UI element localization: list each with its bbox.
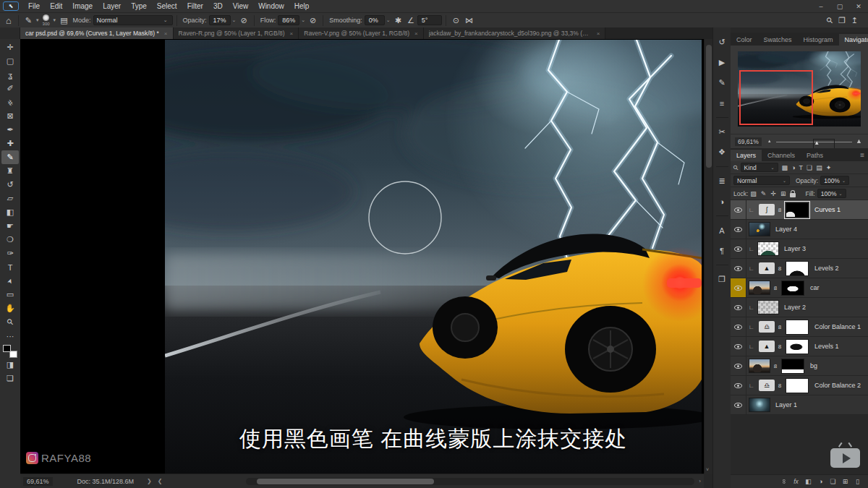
tools-panel-header[interactable] xyxy=(0,27,20,39)
layer-mask-thumbnail[interactable] xyxy=(786,202,809,218)
gradient-tool[interactable]: ◧ xyxy=(1,205,19,219)
character-panel-icon[interactable]: A xyxy=(715,223,730,238)
vertical-scrollbar-thumb[interactable] xyxy=(706,45,712,168)
hand-tool[interactable]: ✋ xyxy=(1,301,19,315)
flow-chevron-icon[interactable]: ⌄ xyxy=(301,17,305,23)
zoom-in-icon[interactable]: ▲ xyxy=(856,137,862,145)
layer-mask-thumbnail[interactable] xyxy=(781,359,804,374)
tab-paths[interactable]: Paths xyxy=(801,150,829,161)
brush-angle-field[interactable]: 5° xyxy=(417,15,442,25)
adjustment-layer-icon-balance[interactable]: ♎ xyxy=(759,380,775,391)
adjustments-panel-icon[interactable]: ◑ xyxy=(715,194,730,209)
search-icon[interactable]: ⚲ xyxy=(824,15,835,26)
add-layer-mask-icon[interactable]: ◧ xyxy=(802,478,814,485)
actions-panel-icon[interactable]: ▶ xyxy=(715,55,730,70)
pen-tool[interactable]: ✑ xyxy=(1,247,19,260)
layer-row-layer-3[interactable]: ∟Layer 3 xyxy=(731,239,868,259)
document-tab-3[interactable]: Raven-V.png @ 50% (Layer 1, RGB/8)× xyxy=(299,27,423,39)
layer-visibility-toggle[interactable] xyxy=(731,395,746,414)
navigator-zoom-field[interactable]: 69,61% xyxy=(735,137,762,146)
photoshop-logo-icon[interactable]: ⬉ xyxy=(3,1,19,11)
airbrush-icon[interactable]: ⊘ xyxy=(310,16,316,25)
zoom-out-icon[interactable]: ▲ xyxy=(767,139,772,143)
layer-row-layer-4[interactable]: Layer 4 xyxy=(731,220,868,239)
frame-tool[interactable]: ⊠ xyxy=(1,109,19,123)
brush-preset-chevron-icon[interactable]: ▾ xyxy=(36,17,39,23)
crop-tool[interactable]: # xyxy=(1,95,19,109)
status-zoom-field[interactable]: 69,61% xyxy=(23,477,53,486)
fill-field[interactable]: 100% ⌄ xyxy=(817,189,846,198)
foreground-color-swatch[interactable] xyxy=(3,345,11,352)
properties-panel-icon[interactable]: ≣ xyxy=(715,174,730,189)
opacity-chevron-icon[interactable]: ⌄ xyxy=(232,17,237,23)
brush-tool[interactable]: ✎ xyxy=(1,150,19,164)
opacity-pressure-icon[interactable]: ⊘ xyxy=(240,16,247,25)
layer-row-layer-2[interactable]: ∟Layer 2 xyxy=(731,298,868,317)
layer-thumbnail[interactable] xyxy=(749,359,770,373)
navigator-zoom-slider[interactable]: ▲ ▲ ▲ xyxy=(767,137,862,146)
layer-mask-thumbnail[interactable] xyxy=(781,281,804,296)
tab-color[interactable]: Color xyxy=(731,34,758,46)
toggle-brush-panel-icon[interactable]: ▤ xyxy=(60,16,67,25)
brush-picker-chevron-icon[interactable]: ▾ xyxy=(54,17,56,23)
layer-visibility-toggle[interactable] xyxy=(731,278,746,297)
share-icon[interactable]: ↥ xyxy=(851,16,858,25)
menu-help[interactable]: Help xyxy=(289,0,315,12)
smoothing-chevron-icon[interactable]: ⌄ xyxy=(386,17,391,23)
adjustment-layer-icon-balance[interactable]: ♎ xyxy=(759,321,775,333)
move-tool[interactable]: ✛ xyxy=(1,40,19,54)
layer-style-icon[interactable]: fx xyxy=(790,478,802,485)
status-arrow-left-icon[interactable]: ❮ xyxy=(158,478,163,484)
tab-layers[interactable]: Layers xyxy=(731,150,762,161)
close-button[interactable]: ✕ xyxy=(849,0,868,12)
tab-close-icon[interactable]: × xyxy=(290,30,294,37)
smudge-tool[interactable]: ☛ xyxy=(1,219,19,233)
filter-pixel-layers-icon[interactable]: ▩ xyxy=(782,164,788,171)
document-tab-1[interactable]: car psd.psd @ 69,6% (Curves 1, Layer Mas… xyxy=(20,27,174,39)
new-adjustment-layer-icon[interactable]: ◑ xyxy=(814,478,827,485)
quick-mask-button[interactable]: ◨ xyxy=(1,358,19,372)
lasso-tool[interactable]: ʓ xyxy=(1,68,19,82)
layer-visibility-toggle[interactable] xyxy=(731,337,746,356)
eraser-tool[interactable]: ▱ xyxy=(1,192,19,205)
layer-row-layer-1[interactable]: Layer 1 xyxy=(731,395,868,415)
lock-transparency-icon[interactable]: ▨ xyxy=(750,190,757,197)
layer-thumbnail[interactable] xyxy=(749,281,770,295)
edit-toolbar[interactable]: ··· xyxy=(1,329,19,343)
smoothing-field[interactable]: 0% xyxy=(365,15,385,25)
workspace-icon[interactable]: ❐ xyxy=(838,16,846,25)
color-swatches[interactable] xyxy=(3,345,17,358)
layer-row-color-balance-2[interactable]: ∟♎8Color Balance 2 xyxy=(731,376,868,395)
libraries-panel-icon[interactable]: ✂ xyxy=(715,124,730,140)
menu-layer[interactable]: Layer xyxy=(98,0,126,12)
size-pressure-icon[interactable]: ⊙ xyxy=(453,16,459,25)
layer-mask-thumbnail[interactable] xyxy=(786,378,809,393)
eyedropper-tool[interactable]: ✒ xyxy=(1,123,19,137)
new-group-icon[interactable]: ❏ xyxy=(827,478,839,485)
filter-shape-layers-icon[interactable]: ❏ xyxy=(807,164,812,171)
document-tab-2[interactable]: Raven-R.png @ 50% (Layer 1, RGB/8)× xyxy=(174,27,299,39)
filter-type-layers-icon[interactable]: T xyxy=(799,164,804,171)
layer-row-curves-1[interactable]: ∟ʃ8Curves 1 xyxy=(731,200,868,220)
layer-mask-thumbnail[interactable] xyxy=(786,339,809,354)
new-layer-icon[interactable]: ⊞ xyxy=(839,478,851,485)
layer-visibility-toggle[interactable] xyxy=(731,298,746,317)
3d-panel-icon[interactable]: ❖ xyxy=(715,145,730,160)
panel-menu-icon[interactable]: ≡ xyxy=(856,151,868,161)
layer-visibility-toggle[interactable] xyxy=(731,317,746,336)
clone-source-panel-icon[interactable]: ❐ xyxy=(715,272,730,287)
status-arrow-right-icon[interactable]: ❯ xyxy=(147,478,152,484)
tab-close-icon[interactable]: × xyxy=(414,30,418,37)
document-image[interactable] xyxy=(165,40,702,474)
layer-row-levels-2[interactable]: ∟▲8Levels 2 xyxy=(731,259,868,278)
history-brush-tool[interactable]: ↺ xyxy=(1,178,19,192)
path-selection-tool[interactable]: ➤ xyxy=(1,274,19,288)
maximize-button[interactable]: ▢ xyxy=(830,0,849,12)
layer-row-levels-1[interactable]: ∟▲8Levels 1 xyxy=(731,337,868,356)
menu-type[interactable]: Type xyxy=(126,0,152,12)
tool-presets-panel-icon[interactable]: ≡ xyxy=(715,95,730,111)
filter-adjustment-layers-icon[interactable]: ◑ xyxy=(791,164,795,171)
tab-close-icon[interactable]: × xyxy=(164,30,168,37)
layer-visibility-toggle[interactable] xyxy=(731,200,746,219)
navigator-preview[interactable] xyxy=(738,51,861,127)
